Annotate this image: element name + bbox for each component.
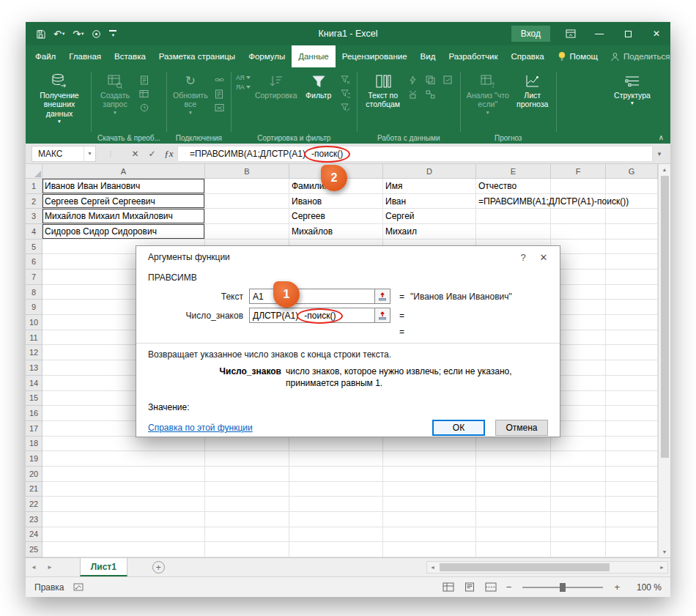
- cell-D25[interactable]: [383, 542, 476, 557]
- zoom-level[interactable]: 100 %: [629, 582, 662, 593]
- tab-review[interactable]: Рецензирование: [336, 45, 414, 67]
- cell-B18[interactable]: [205, 437, 289, 452]
- cell-C23[interactable]: [289, 512, 383, 527]
- data-validation-icon[interactable]: [441, 75, 455, 85]
- column-header-B[interactable]: B: [205, 164, 289, 179]
- dialog-close-icon[interactable]: ✕: [535, 252, 552, 263]
- cell-E20[interactable]: [476, 467, 551, 482]
- remove-duplicates-icon[interactable]: [423, 75, 437, 85]
- row-header-11[interactable]: 11: [26, 330, 42, 346]
- cell-A20[interactable]: [42, 467, 205, 482]
- hscroll-left-icon[interactable]: ◄: [427, 565, 438, 570]
- hscroll-right-icon[interactable]: ►: [656, 565, 667, 570]
- row-header-22[interactable]: 22: [26, 497, 42, 512]
- minimize-button[interactable]: —: [591, 29, 607, 38]
- redo-button[interactable]: ↷ ▾: [73, 29, 84, 39]
- share-button[interactable]: Поделиться: [604, 45, 670, 67]
- edit-links-icon[interactable]: [212, 103, 226, 113]
- cell-G24[interactable]: [606, 527, 658, 543]
- cell-G20[interactable]: [606, 467, 658, 482]
- row-header-7[interactable]: 7: [26, 270, 42, 285]
- cell-G10[interactable]: [606, 315, 658, 330]
- page-break-view-icon[interactable]: [485, 582, 497, 592]
- enter-entry-button[interactable]: ✓: [144, 146, 160, 162]
- num-chars-argument-input[interactable]: ДЛСТР(A1)-поиск(): [249, 308, 375, 323]
- tab-assistant[interactable]: Помощ: [551, 45, 604, 67]
- cell-G16[interactable]: [606, 406, 658, 421]
- row-header-9[interactable]: 9: [26, 300, 42, 315]
- cell-G4[interactable]: [606, 224, 658, 240]
- maximize-button[interactable]: [620, 31, 636, 37]
- cell-C22[interactable]: [289, 497, 383, 512]
- name-box[interactable]: МАКС ▾: [32, 146, 96, 162]
- cell-D23[interactable]: [383, 512, 476, 527]
- cell-D18[interactable]: [383, 437, 476, 452]
- cell-D20[interactable]: [383, 467, 476, 482]
- formula-input[interactable]: =ПРАВСИМВ(A1;ДЛСТР(A1)-поиск(): [177, 146, 653, 162]
- cell-E19[interactable]: [476, 451, 551, 467]
- row-header-6[interactable]: 6: [26, 254, 42, 270]
- column-header-A[interactable]: A: [42, 164, 205, 179]
- zoom-slider[interactable]: [522, 587, 603, 588]
- cell-F25[interactable]: [551, 542, 606, 557]
- cell-E18[interactable]: [476, 437, 551, 452]
- cell-B4[interactable]: [205, 224, 289, 240]
- customize-qat-button[interactable]: ▾: [109, 30, 116, 38]
- cell-C4[interactable]: Михайлов: [289, 224, 383, 240]
- hscroll-thumb[interactable]: [440, 563, 610, 571]
- row-header-1[interactable]: 1: [26, 179, 42, 194]
- sheet-tab-list1[interactable]: Лист1: [80, 558, 127, 576]
- tab-developer[interactable]: Разработчик: [442, 45, 504, 67]
- cell-E24[interactable]: [476, 527, 551, 543]
- zoom-slider-thumb[interactable]: [560, 583, 566, 592]
- cell-B20[interactable]: [205, 467, 289, 482]
- cell-A18[interactable]: [42, 437, 205, 452]
- name-box-dropdown-icon[interactable]: ▾: [84, 146, 95, 161]
- dialog-help-icon[interactable]: ?: [514, 252, 532, 263]
- cell-G14[interactable]: [606, 376, 658, 391]
- cell-G23[interactable]: [606, 512, 658, 527]
- flash-fill-icon[interactable]: [406, 75, 420, 85]
- cell-D3[interactable]: Сергей: [383, 209, 476, 224]
- cell-G5[interactable]: [606, 240, 658, 255]
- insert-function-button[interactable]: ƒx: [160, 146, 177, 162]
- vscroll-thumb[interactable]: [661, 176, 669, 458]
- cell-B21[interactable]: [205, 482, 289, 497]
- cell-B3[interactable]: [205, 209, 289, 224]
- ok-button[interactable]: ОК: [432, 420, 485, 436]
- tab-page-layout[interactable]: Разметка страницы: [152, 45, 242, 67]
- cell-E23[interactable]: [476, 512, 551, 527]
- expand-formula-bar-icon[interactable]: ▾: [653, 150, 666, 157]
- cell-G1[interactable]: [606, 179, 658, 194]
- tab-view[interactable]: Вид: [414, 45, 443, 67]
- row-header-8[interactable]: 8: [26, 285, 42, 300]
- new-sheet-button[interactable]: +: [152, 561, 165, 574]
- cell-F24[interactable]: [551, 527, 606, 543]
- get-external-data-button[interactable]: Получение внешних данных ▾: [31, 70, 88, 125]
- cell-B23[interactable]: [205, 512, 289, 527]
- sheet-nav-right-icon[interactable]: ►: [42, 564, 58, 571]
- row-header-10[interactable]: 10: [26, 315, 42, 330]
- outline-button[interactable]: Структура ▾: [610, 70, 655, 107]
- row-header-16[interactable]: 16: [26, 406, 42, 421]
- cell-F4[interactable]: [551, 224, 606, 240]
- sort-az-button[interactable]: АЯ: [236, 75, 251, 81]
- cell-F19[interactable]: [551, 451, 606, 467]
- cell-E3[interactable]: [476, 209, 551, 224]
- cell-F21[interactable]: [551, 482, 606, 497]
- advanced-filter-icon[interactable]: [338, 103, 352, 113]
- cell-B1[interactable]: [205, 179, 289, 194]
- row-header-23[interactable]: 23: [26, 512, 42, 527]
- select-all-button[interactable]: [26, 164, 42, 179]
- column-header-D[interactable]: D: [383, 164, 476, 179]
- consolidate-icon[interactable]: [406, 89, 420, 100]
- clear-filter-icon[interactable]: [338, 75, 352, 85]
- cell-F22[interactable]: [551, 497, 606, 512]
- connections-icon[interactable]: [212, 75, 226, 85]
- show-queries-icon[interactable]: [137, 75, 151, 85]
- cell-A19[interactable]: [42, 451, 205, 467]
- cell-B25[interactable]: [205, 542, 289, 557]
- relationships-icon[interactable]: [423, 89, 437, 100]
- touch-mode-button[interactable]: [92, 29, 101, 39]
- cell-G6[interactable]: [606, 254, 658, 270]
